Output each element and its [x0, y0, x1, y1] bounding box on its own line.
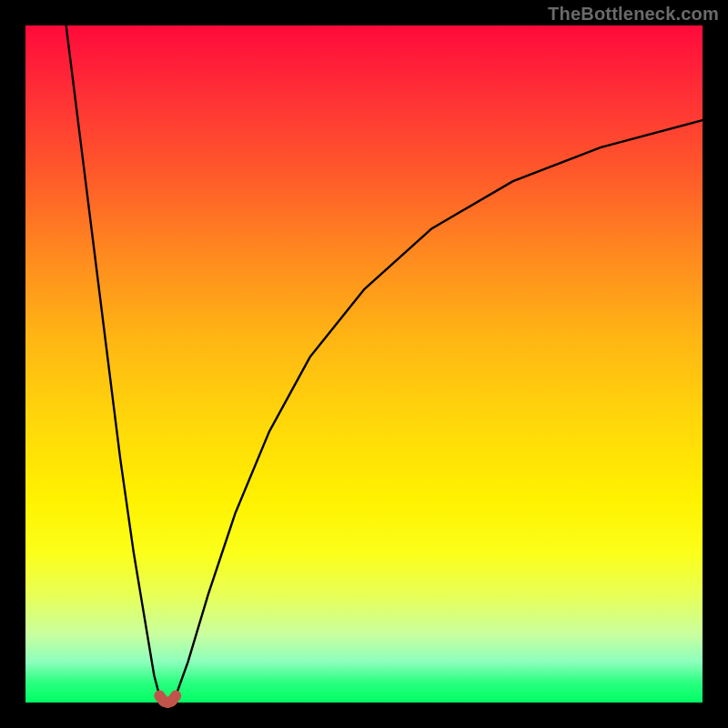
curve-left-branch: [66, 25, 160, 696]
curve-right-branch: [176, 120, 703, 695]
curve-valley-cap: [159, 696, 176, 703]
curve-svg: [25, 25, 703, 703]
plot-area: [25, 25, 703, 703]
chart-frame: TheBottleneck.com: [0, 0, 728, 728]
watermark-text: TheBottleneck.com: [548, 4, 719, 25]
